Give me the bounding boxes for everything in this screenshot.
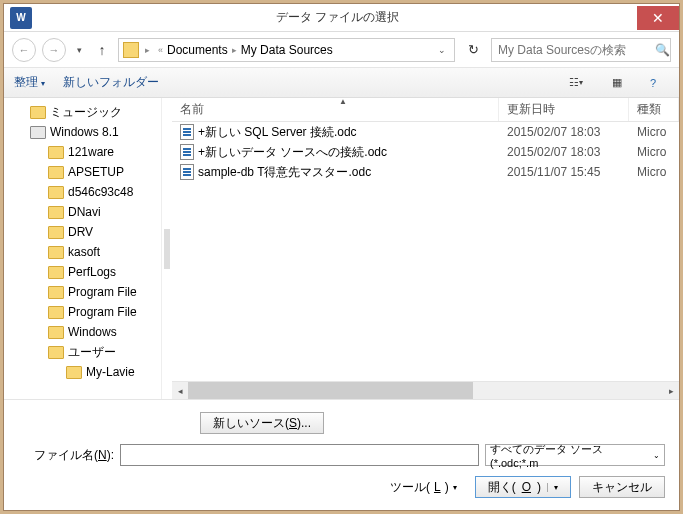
tree-item[interactable]: PerfLogs bbox=[4, 262, 161, 282]
file-list-area: ▲ 名前 更新日時 種類 +新しい SQL Server 接続.odc2015/… bbox=[172, 98, 679, 399]
folder-icon bbox=[66, 366, 82, 379]
tools-menu[interactable]: ツール(L) ▾ bbox=[390, 479, 457, 496]
tree-item-label: DNavi bbox=[68, 205, 101, 219]
tree-item[interactable]: APSETUP bbox=[4, 162, 161, 182]
tree-item-label: Windows bbox=[68, 325, 117, 339]
word-app-icon: W bbox=[10, 7, 32, 29]
cancel-button[interactable]: キャンセル bbox=[579, 476, 665, 498]
folder-icon bbox=[48, 206, 64, 219]
folder-icon bbox=[48, 326, 64, 339]
filetype-select[interactable]: すべてのデータ ソース (*.odc;*.m⌄ bbox=[485, 444, 665, 466]
drive-icon bbox=[30, 126, 46, 139]
tree-item-label: ユーザー bbox=[68, 344, 116, 361]
tree-item[interactable]: Windows 8.1 bbox=[4, 122, 161, 142]
tree-item-label: 121ware bbox=[68, 145, 114, 159]
breadcrumb-dropdown[interactable]: ⌄ bbox=[434, 45, 450, 55]
back-button[interactable]: ← bbox=[12, 38, 36, 62]
folder-icon bbox=[123, 42, 139, 58]
tree-item-label: DRV bbox=[68, 225, 93, 239]
filename-input[interactable] bbox=[120, 444, 479, 466]
tree-item-label: Program File bbox=[68, 305, 137, 319]
new-source-button[interactable]: 新しいソース(S)... bbox=[200, 412, 324, 434]
file-date: 2015/02/07 18:03 bbox=[499, 145, 629, 159]
tree-item[interactable]: Program File bbox=[4, 302, 161, 322]
refresh-button[interactable]: ↻ bbox=[461, 38, 485, 62]
up-button[interactable]: ↑ bbox=[92, 40, 112, 60]
scrollbar-thumb[interactable] bbox=[188, 382, 473, 399]
search-icon[interactable]: 🔍 bbox=[654, 43, 670, 57]
scroll-left-button[interactable]: ◂ bbox=[172, 382, 188, 399]
tree-item-label: Program File bbox=[68, 285, 137, 299]
odc-file-icon bbox=[180, 164, 194, 180]
tree-item[interactable]: Program File bbox=[4, 282, 161, 302]
breadcrumb-item[interactable]: My Data Sources bbox=[241, 43, 333, 57]
chevron-right-icon: ▸ bbox=[141, 45, 154, 55]
column-type[interactable]: 種類 bbox=[629, 98, 679, 121]
file-name: +新しいデータ ソースへの接続.odc bbox=[198, 144, 387, 161]
help-button[interactable]: ? bbox=[637, 72, 669, 94]
tree-item[interactable]: DNavi bbox=[4, 202, 161, 222]
bottom-panel: 新しいソース(S)... ファイル名(N): すべてのデータ ソース (*.od… bbox=[4, 399, 679, 510]
splitter[interactable] bbox=[162, 98, 172, 399]
preview-pane-button[interactable]: ▦ bbox=[601, 72, 633, 94]
tree-item-label: APSETUP bbox=[68, 165, 124, 179]
open-button[interactable]: 開く(O) ▾ bbox=[475, 476, 571, 498]
breadcrumb-sep: « bbox=[154, 45, 167, 55]
tree-item[interactable]: d546c93c48 bbox=[4, 182, 161, 202]
folder-icon bbox=[48, 266, 64, 279]
search-box: 🔍 bbox=[491, 38, 671, 62]
file-row[interactable]: +新しい SQL Server 接続.odc2015/02/07 18:03Mi… bbox=[172, 122, 679, 142]
file-type: Micro bbox=[629, 165, 679, 179]
folder-icon bbox=[48, 166, 64, 179]
folder-icon bbox=[48, 186, 64, 199]
column-name[interactable]: ▲ 名前 bbox=[172, 98, 499, 121]
forward-button[interactable]: → bbox=[42, 38, 66, 62]
folder-icon bbox=[48, 306, 64, 319]
search-input[interactable] bbox=[492, 43, 654, 57]
tree-item[interactable]: DRV bbox=[4, 222, 161, 242]
tree-item[interactable]: Windows bbox=[4, 322, 161, 342]
file-row[interactable]: sample-db T得意先マスター.odc2015/11/07 15:45Mi… bbox=[172, 162, 679, 182]
tree-item-label: Windows 8.1 bbox=[50, 125, 119, 139]
tree-item[interactable]: ミュージック bbox=[4, 102, 161, 122]
tree-item-label: d546c93c48 bbox=[68, 185, 133, 199]
scroll-right-button[interactable]: ▸ bbox=[663, 382, 679, 399]
breadcrumb[interactable]: ▸ « Documents ▸ My Data Sources ⌄ bbox=[118, 38, 455, 62]
folder-icon bbox=[48, 146, 64, 159]
history-dropdown[interactable]: ▾ bbox=[72, 45, 86, 55]
file-list[interactable]: +新しい SQL Server 接続.odc2015/02/07 18:03Mi… bbox=[172, 122, 679, 381]
file-date: 2015/11/07 15:45 bbox=[499, 165, 629, 179]
filename-label: ファイル名(N): bbox=[18, 447, 114, 464]
file-type: Micro bbox=[629, 145, 679, 159]
tree-item[interactable]: My-Lavie bbox=[4, 362, 161, 382]
tree-item[interactable]: kasoft bbox=[4, 242, 161, 262]
tree-item-label: My-Lavie bbox=[86, 365, 135, 379]
file-type: Micro bbox=[629, 125, 679, 139]
file-dialog-window: W データ ファイルの選択 ✕ ← → ▾ ↑ ▸ « Documents ▸ … bbox=[3, 3, 680, 511]
folder-icon bbox=[48, 286, 64, 299]
organize-menu[interactable]: 整理 ▾ bbox=[14, 74, 45, 91]
folder-icon bbox=[30, 106, 46, 119]
close-button[interactable]: ✕ bbox=[637, 6, 679, 30]
chevron-right-icon: ▸ bbox=[228, 45, 241, 55]
dialog-body: ミュージックWindows 8.1121wareAPSETUPd546c93c4… bbox=[4, 98, 679, 399]
tree-item[interactable]: 121ware bbox=[4, 142, 161, 162]
folder-icon bbox=[48, 346, 64, 359]
new-folder-button[interactable]: 新しいフォルダー bbox=[63, 74, 159, 91]
file-name: +新しい SQL Server 接続.odc bbox=[198, 124, 357, 141]
tree-item[interactable]: ユーザー bbox=[4, 342, 161, 362]
folder-tree[interactable]: ミュージックWindows 8.1121wareAPSETUPd546c93c4… bbox=[4, 98, 162, 399]
toolbar: 整理 ▾ 新しいフォルダー ☷ ▾ ▦ ? bbox=[4, 68, 679, 98]
file-row[interactable]: +新しいデータ ソースへの接続.odc2015/02/07 18:03Micro bbox=[172, 142, 679, 162]
column-date[interactable]: 更新日時 bbox=[499, 98, 629, 121]
tree-item-label: ミュージック bbox=[50, 104, 122, 121]
file-name: sample-db T得意先マスター.odc bbox=[198, 164, 371, 181]
view-options-button[interactable]: ☷ ▾ bbox=[555, 72, 597, 94]
list-header: ▲ 名前 更新日時 種類 bbox=[172, 98, 679, 122]
tree-item-label: PerfLogs bbox=[68, 265, 116, 279]
breadcrumb-item[interactable]: Documents bbox=[167, 43, 228, 57]
folder-icon bbox=[48, 246, 64, 259]
titlebar: W データ ファイルの選択 ✕ bbox=[4, 4, 679, 32]
horizontal-scrollbar[interactable]: ◂ ▸ bbox=[172, 381, 679, 399]
file-date: 2015/02/07 18:03 bbox=[499, 125, 629, 139]
